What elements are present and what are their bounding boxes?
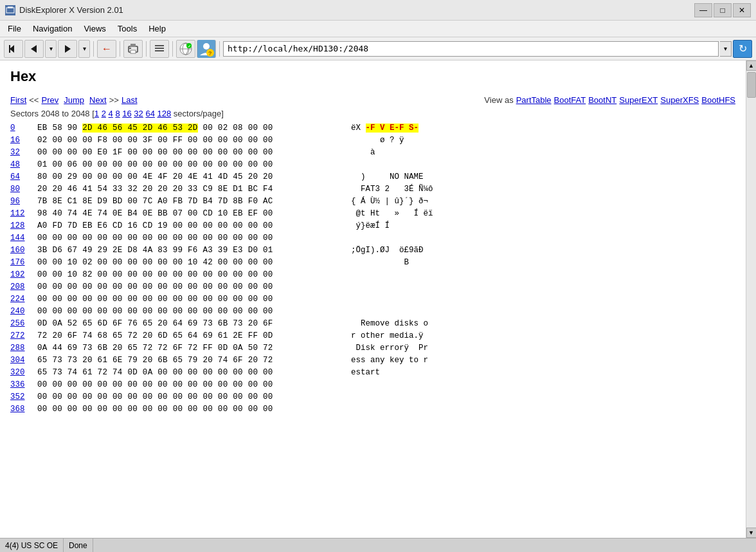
first-button[interactable] — [4, 40, 23, 58]
view-boothfs[interactable]: BootHFS — [701, 95, 735, 105]
hex-row-304: 304 65 73 73 20 61 6E 79 20 6B 65 79 20 … — [10, 354, 735, 367]
view-superext[interactable]: SuperEXT — [619, 95, 658, 105]
menu-tools[interactable]: Tools — [113, 23, 142, 35]
sectors-4[interactable]: 4 — [109, 109, 113, 118]
offset-288[interactable]: 288 — [10, 342, 33, 354]
offset-240[interactable]: 240 — [10, 306, 33, 318]
hex-row-288: 288 0A 44 69 73 6B 20 65 72 72 6F 72 FF … — [10, 342, 735, 354]
connect-button[interactable]: ✓ — [176, 40, 195, 58]
minimize-button[interactable]: — — [694, 3, 712, 17]
title-bar: DiskExplorer X Version 2.01 — □ ✕ — [0, 0, 756, 21]
separator-5 — [219, 41, 220, 57]
menu-navigation[interactable]: Navigation — [28, 23, 77, 35]
offset-160[interactable]: 160 — [10, 244, 33, 257]
url-dropdown[interactable]: ▾ — [720, 41, 732, 57]
main-content: Hex First << Prev Jump Next >> Last View… — [0, 60, 756, 538]
scroll-thumb[interactable] — [747, 72, 756, 98]
close-button[interactable]: ✕ — [733, 3, 751, 17]
svg-rect-11 — [155, 45, 164, 46]
offset-128[interactable]: 128 — [10, 220, 33, 232]
sectors-2[interactable]: 2 — [102, 109, 106, 118]
offset-80[interactable]: 80 — [10, 183, 33, 196]
hex-16: 02 00 00 00 F8 00 00 3F 00 FF 00 00 00 0… — [37, 134, 346, 147]
offset-16[interactable]: 16 — [10, 134, 33, 147]
offset-336[interactable]: 336 — [10, 379, 33, 391]
nav-next[interactable]: Next — [89, 95, 107, 105]
nav-last[interactable]: Last — [122, 95, 138, 105]
offset-112[interactable]: 112 — [10, 208, 33, 220]
sectors-32[interactable]: 32 — [134, 109, 143, 118]
offset-48[interactable]: 48 — [10, 159, 33, 171]
offset-224[interactable]: 224 — [10, 293, 33, 306]
hex-row-48: 48 01 00 06 00 00 00 00 00 00 00 00 00 0… — [10, 159, 735, 171]
print-button[interactable] — [123, 40, 143, 58]
offset-192[interactable]: 192 — [10, 269, 33, 281]
maximize-button[interactable]: □ — [714, 3, 732, 17]
url-input[interactable] — [223, 41, 719, 57]
offset-64[interactable]: 64 — [10, 171, 33, 183]
scroll-down[interactable]: ▼ — [746, 528, 757, 538]
ascii-128: ý}ëæÍ Í — [351, 220, 390, 232]
menu-views[interactable]: Views — [78, 23, 111, 35]
nav-links: First << Prev Jump Next >> Last View as … — [10, 95, 735, 105]
hex-row-144: 144 00 00 00 00 00 00 00 00 00 00 00 00 … — [10, 232, 735, 244]
menu-help[interactable]: Help — [143, 23, 171, 35]
scroll-up[interactable]: ▲ — [746, 60, 757, 71]
hex-32: 00 00 00 00 E0 1F 00 00 00 00 00 00 00 0… — [37, 147, 346, 159]
nav-jump[interactable]: Jump — [64, 95, 84, 105]
offset-176[interactable]: 176 — [10, 257, 33, 269]
offset-304[interactable]: 304 — [10, 354, 33, 367]
ascii-304: ess any key to r — [351, 354, 428, 367]
hex-row-240: 240 00 00 00 00 00 00 00 00 00 00 00 00 … — [10, 306, 735, 318]
offset-368[interactable]: 368 — [10, 403, 33, 416]
offset-0[interactable]: 0 — [10, 122, 33, 134]
back-arrow-button[interactable]: ← — [97, 40, 116, 58]
sectors-128[interactable]: 128 — [158, 109, 172, 118]
user-button[interactable]: ? — [197, 40, 216, 58]
sectors-1[interactable]: 1 — [94, 109, 99, 118]
hex-row-176: 176 00 00 10 02 00 00 00 00 00 00 10 42 … — [10, 257, 735, 269]
offset-320[interactable]: 320 — [10, 367, 33, 379]
view-bootnt[interactable]: BootNT — [588, 95, 616, 105]
forward-button[interactable] — [58, 40, 77, 58]
svg-rect-9 — [130, 50, 136, 53]
hex-48: 01 00 06 00 00 00 00 00 00 00 00 00 00 0… — [37, 159, 346, 171]
view-superxfs[interactable]: SuperXFS — [660, 95, 699, 105]
hex-0: EB 58 90 2D 46 56 45 2D 46 53 2D 00 02 0… — [37, 122, 346, 134]
back-button[interactable] — [24, 40, 44, 58]
refresh-button[interactable]: ↻ — [733, 40, 752, 58]
sectors-8[interactable]: 8 — [115, 109, 120, 118]
forward-dropdown[interactable]: ▾ — [78, 40, 90, 58]
ascii-64: ) NO NAME — [351, 171, 433, 183]
svg-text:✓: ✓ — [188, 44, 191, 48]
nav-prev[interactable]: Prev — [41, 95, 59, 105]
hex-176: 00 00 10 02 00 00 00 00 00 00 10 42 00 0… — [37, 257, 346, 269]
menu-file[interactable]: File — [3, 23, 26, 35]
view-bootfat[interactable]: BootFAT — [554, 95, 586, 105]
hex-row-112: 112 98 40 74 4E 74 0E B4 0E BB 07 00 CD … — [10, 208, 735, 220]
back-dropdown[interactable]: ▾ — [45, 40, 57, 58]
sectors-16[interactable]: 16 — [122, 109, 131, 118]
view-parttable[interactable]: PartTable — [516, 95, 552, 105]
hex-224: 00 00 00 00 00 00 00 00 00 00 00 00 00 0… — [37, 293, 346, 306]
sectors-64[interactable]: 64 — [145, 109, 154, 118]
ascii-160: ;ÖgI).ØJ ö£9ãÐ — [351, 244, 424, 257]
hex-112: 98 40 74 4E 74 0E B4 0E BB 07 00 CD 10 E… — [37, 208, 346, 220]
ascii-16: ø ? ÿ — [351, 134, 404, 147]
hex-64: 80 00 29 00 00 00 00 4E 4F 20 4E 41 4D 4… — [37, 171, 346, 183]
svg-rect-2 — [8, 6, 13, 8]
offset-208[interactable]: 208 — [10, 281, 33, 293]
offset-352[interactable]: 352 — [10, 391, 33, 403]
hex-row-352: 352 00 00 00 00 00 00 00 00 00 00 00 00 … — [10, 391, 735, 403]
hex-row-192: 192 00 00 10 82 00 00 00 00 00 00 00 00 … — [10, 269, 735, 281]
offset-272[interactable]: 272 — [10, 330, 33, 342]
ascii-272: r other media.ÿ — [351, 330, 424, 342]
hex-row-16: 16 02 00 00 00 F8 00 00 3F 00 FF 00 00 0… — [10, 134, 735, 147]
offset-32[interactable]: 32 — [10, 147, 33, 159]
offset-96[interactable]: 96 — [10, 196, 33, 208]
list-button[interactable] — [150, 40, 169, 58]
offset-144[interactable]: 144 — [10, 232, 33, 244]
hex-160: 3B D6 67 49 29 2E D8 4A 83 99 F6 A3 39 E… — [37, 244, 346, 257]
offset-256[interactable]: 256 — [10, 318, 33, 330]
nav-first[interactable]: First — [10, 95, 26, 105]
